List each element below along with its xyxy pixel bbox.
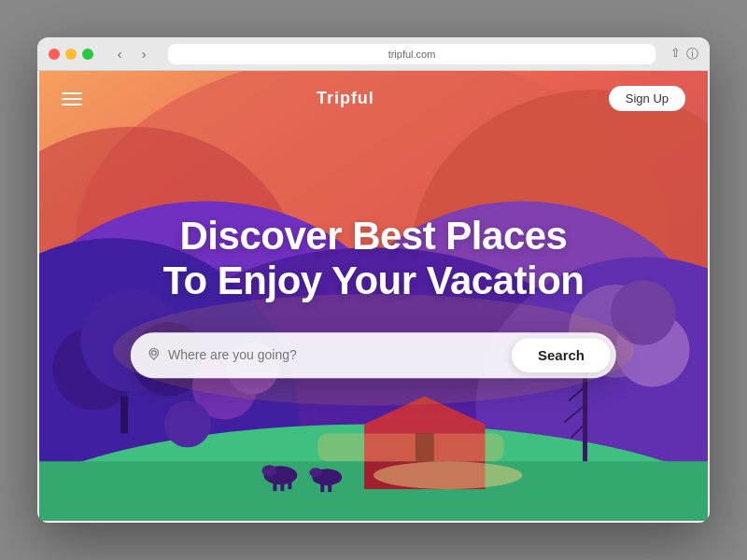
- bookmark-icon[interactable]: ⓘ: [686, 46, 698, 63]
- hero-title: Discover Best Places To Enjoy Your Vacat…: [73, 214, 674, 304]
- search-bar: Search: [131, 332, 616, 378]
- address-bar[interactable]: tripful.com: [168, 44, 655, 64]
- svg-rect-34: [328, 482, 331, 492]
- browser-window: ‹ › tripful.com ⇧ ⓘ: [37, 37, 710, 523]
- svg-rect-29: [280, 480, 284, 491]
- svg-point-31: [261, 465, 276, 476]
- svg-rect-28: [273, 480, 276, 491]
- browser-actions: ⇧ ⓘ: [670, 46, 698, 63]
- svg-point-26: [374, 461, 522, 489]
- forward-button[interactable]: ›: [134, 45, 153, 63]
- traffic-lights: [49, 49, 93, 60]
- location-icon: [148, 347, 161, 363]
- hero-section: Discover Best Places To Enjoy Your Vacat…: [73, 214, 674, 378]
- hamburger-line1: [62, 92, 82, 94]
- svg-point-35: [309, 468, 322, 477]
- hero-title-line2: To Enjoy Your Vacation: [162, 259, 584, 303]
- svg-rect-33: [320, 482, 324, 492]
- svg-point-17: [164, 401, 211, 448]
- svg-point-42: [152, 350, 157, 355]
- hamburger-line2: [62, 98, 82, 100]
- site-navbar: Tripful Sign Up: [39, 71, 708, 126]
- hero-title-line1: Discover Best Places: [180, 214, 568, 258]
- svg-rect-41: [317, 433, 503, 461]
- share-icon[interactable]: ⇧: [670, 46, 681, 63]
- hamburger-line3: [62, 104, 82, 105]
- close-button[interactable]: [49, 49, 60, 60]
- back-button[interactable]: ‹: [110, 45, 129, 63]
- url-text: tripful.com: [388, 49, 436, 60]
- minimize-button[interactable]: [65, 49, 77, 60]
- signup-button[interactable]: Sign Up: [609, 86, 685, 111]
- search-button[interactable]: Search: [512, 338, 611, 372]
- site-logo: Tripful: [317, 89, 374, 108]
- site-content: Tripful Sign Up Discover Best Places To …: [37, 71, 710, 523]
- svg-rect-14: [120, 397, 128, 434]
- browser-titlebar: ‹ › tripful.com ⇧ ⓘ: [37, 37, 710, 71]
- hamburger-menu[interactable]: [62, 92, 82, 105]
- search-input[interactable]: [168, 347, 512, 362]
- browser-nav: ‹ ›: [110, 45, 153, 63]
- svg-rect-30: [288, 480, 291, 489]
- maximize-button[interactable]: [82, 49, 93, 60]
